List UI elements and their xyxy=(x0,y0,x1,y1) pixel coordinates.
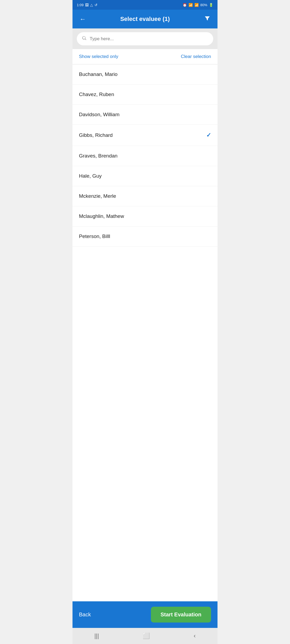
list-item[interactable]: Buchanan, Mario xyxy=(73,64,218,85)
evaluee-name: Mckenzie, Merle xyxy=(79,193,116,199)
evaluee-name: Davidson, William xyxy=(79,112,119,118)
list-item[interactable]: Mclaughlin, Mathew xyxy=(73,206,218,226)
sync-icon: ↺ xyxy=(95,3,97,7)
status-right: ⏰ 📶 📶 80% 🔋 xyxy=(183,3,213,7)
android-nav-bar: ||| ⬜ ‹ xyxy=(73,628,218,644)
list-item[interactable]: Peterson, Billl xyxy=(73,226,218,247)
search-container xyxy=(73,28,218,49)
evaluee-name: Buchanan, Mario xyxy=(79,71,118,77)
selected-checkmark-icon: ✓ xyxy=(206,132,211,139)
evaluee-name: Gibbs, Richard xyxy=(79,132,113,138)
battery-label: 80% xyxy=(200,3,207,7)
battery-icon: 🔋 xyxy=(209,3,213,7)
search-input[interactable] xyxy=(90,36,208,42)
evaluee-name: Peterson, Billl xyxy=(79,233,110,239)
clear-selection-button[interactable]: Clear selection xyxy=(181,54,211,59)
filter-icon[interactable] xyxy=(202,15,212,23)
status-left: 1:09 🖼 △ ↺ xyxy=(77,3,97,7)
signal-icon: 📶 xyxy=(194,3,199,7)
android-back-icon[interactable]: ‹ xyxy=(194,632,195,639)
evaluee-name: Graves, Brendan xyxy=(79,153,118,159)
app-bar: ← Select evaluee (1) xyxy=(73,10,218,28)
page-title: Select evaluee (1) xyxy=(88,16,202,23)
show-selected-only-button[interactable]: Show selected only xyxy=(79,54,118,59)
list-item[interactable]: Mckenzie, Merle xyxy=(73,186,218,206)
evaluee-name: Hale, Guy xyxy=(79,173,102,179)
search-box xyxy=(77,32,213,45)
cloud-icon: △ xyxy=(90,3,93,7)
evaluee-name: Chavez, Ruben xyxy=(79,92,114,97)
list-item[interactable]: Graves, Brendan xyxy=(73,146,218,166)
evaluee-name: Mclaughlin, Mathew xyxy=(79,213,124,219)
evaluee-list: Buchanan, MarioChavez, RubenDavidson, Wi… xyxy=(73,64,218,601)
android-home-icon[interactable]: ⬜ xyxy=(143,632,150,639)
status-bar: 1:09 🖼 △ ↺ ⏰ 📶 📶 80% 🔋 xyxy=(73,0,218,10)
android-menu-icon[interactable]: ||| xyxy=(94,632,99,639)
list-item[interactable]: Davidson, William xyxy=(73,105,218,125)
back-icon[interactable]: ← xyxy=(78,15,88,23)
list-item[interactable]: Gibbs, Richard✓ xyxy=(73,125,218,146)
back-button[interactable]: Back xyxy=(79,612,91,618)
time: 1:09 xyxy=(77,3,84,7)
wifi-icon: 📶 xyxy=(189,3,193,7)
filter-row: Show selected only Clear selection xyxy=(73,49,218,64)
list-item[interactable]: Chavez, Ruben xyxy=(73,85,218,105)
start-evaluation-button[interactable]: Start Evaluation xyxy=(151,607,211,623)
search-icon xyxy=(82,35,87,42)
photo-icon: 🖼 xyxy=(85,3,89,7)
list-item[interactable]: Hale, Guy xyxy=(73,166,218,186)
alarm-icon: ⏰ xyxy=(183,3,187,7)
bottom-bar: Back Start Evaluation xyxy=(73,601,218,628)
